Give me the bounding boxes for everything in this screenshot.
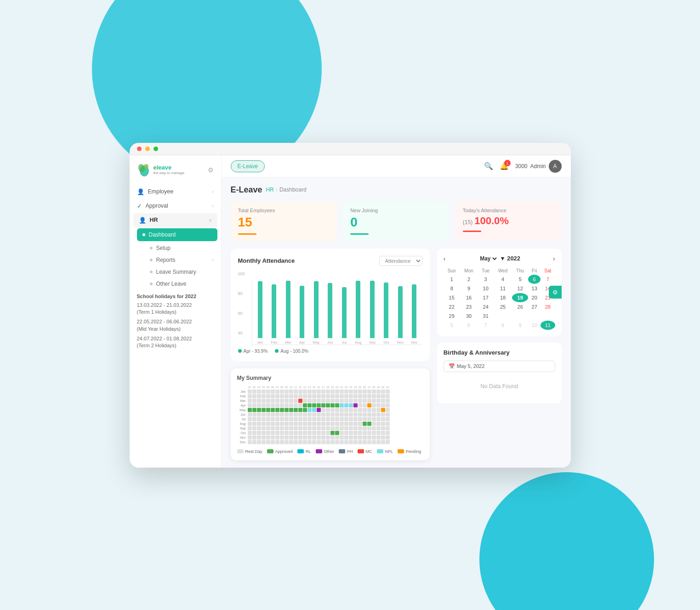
chart-bar[interactable] [398,286,403,338]
calendar-day[interactable]: 16 [460,293,478,302]
bar-label: Dec [411,340,417,345]
chart-bar[interactable] [412,284,416,338]
chart-bar[interactable] [300,286,304,338]
cal-month-select[interactable]: May [478,255,498,262]
cal-next-btn[interactable]: › [553,255,555,262]
chart-bar[interactable] [342,287,347,338]
heatmap-cell [326,422,330,426]
calendar-day[interactable]: 27 [528,302,541,311]
calendar-day[interactable]: 24 [478,302,493,311]
heatmap-cell [330,394,335,398]
breadcrumb-hr[interactable]: HR [266,186,274,193]
calendar-day[interactable]: 10 [528,321,541,330]
heatmap-cell [381,390,385,394]
heatmap-cell [353,394,358,398]
chart-bar[interactable] [328,283,332,338]
calendar-day[interactable]: 9 [460,284,478,293]
birthday-date-filter[interactable]: 📅 May 5, 2022 [444,361,555,372]
calendar-day[interactable]: 29 [444,311,460,321]
heatmap-cell [367,435,371,440]
settings-icon[interactable]: ⚙ [208,166,214,174]
calendar-day[interactable]: 13 [528,284,541,293]
calendar-day[interactable]: 31 [478,311,493,321]
calendar-day[interactable]: 4 [494,275,512,284]
calendar-day[interactable]: 26 [512,302,528,311]
sidebar-subitem-dashboard[interactable]: Dashboard [137,228,217,241]
chart-dropdown[interactable]: Attendance [379,256,422,266]
calendar-day[interactable]: 8 [494,321,512,330]
sidebar-subitem-setup[interactable]: Setup [142,242,221,254]
sidebar-subitem-reports[interactable]: Reports › [142,254,221,266]
calendar-day[interactable]: 8 [444,284,460,293]
calendar-day[interactable]: 25 [494,302,512,311]
heatmap-cell [285,408,289,412]
heatmap-cell [285,435,289,440]
calendar-day[interactable]: 20 [528,293,541,302]
calendar-day[interactable]: 22 [444,302,460,311]
heatmap-cell [271,408,275,412]
sidebar-subitem-other-leave[interactable]: Other Leave [142,278,221,290]
chart-bar[interactable] [258,281,262,338]
calendar-day[interactable]: 30 [460,311,478,321]
heatmap-cell [262,417,266,421]
heatmap-cell [349,412,353,417]
search-icon[interactable]: 🔍 [484,162,493,170]
legend-item-other: Other [316,449,335,454]
heatmap-cell [303,417,307,421]
calendar-day[interactable]: 6 [460,321,478,330]
calendar-day[interactable]: 2 [460,275,478,284]
sidebar-item-employee[interactable]: 👤 Employee › [130,185,221,199]
chart-bar[interactable] [314,281,319,338]
heatmap-cell [266,399,270,403]
heatmap-cell [262,394,266,398]
calendar-day[interactable]: 5 [444,321,460,330]
heatmap-cell [303,390,307,394]
eleave-tab[interactable]: E-Leave [231,160,265,172]
heatmap-cell [285,417,289,421]
calendar-day[interactable]: 23 [460,302,478,311]
window-close-dot[interactable] [137,147,142,151]
calendar-day[interactable]: 19 [512,293,528,302]
chevron-down-icon: ∨ [209,218,212,223]
window-maximize-dot[interactable] [154,147,158,151]
sidebar-item-hr[interactable]: 👤 HR ∨ [133,213,217,227]
heatmap-cell [353,426,358,430]
heatmap-cell [303,431,307,435]
sidebar-subitem-leave-summary[interactable]: Leave Summary [142,266,221,278]
calendar-day[interactable]: 18 [494,293,512,302]
calendar-day[interactable]: 10 [478,284,493,293]
calendar-day[interactable]: 5 [512,275,528,284]
sidebar-approval-label: Approval [146,203,168,209]
calendar-day[interactable]: 7 [541,275,555,284]
user-avatar[interactable]: A [549,160,562,173]
calendar-day[interactable]: 3 [478,275,493,284]
calendar-day[interactable]: 9 [512,321,528,330]
heatmap-cell [335,394,339,398]
window-minimize-dot[interactable] [145,147,150,151]
breadcrumb-separator: › [276,186,278,193]
chart-bar[interactable] [370,281,375,338]
calendar-day[interactable]: 15 [444,293,460,302]
cal-prev-btn[interactable]: ‹ [444,255,446,262]
notification-badge: 1 [504,160,511,166]
heatmap-cell [349,399,353,403]
bar-label: Feb [271,340,277,345]
calendar-day[interactable]: 12 [512,284,528,293]
calendar-day[interactable]: 1 [444,275,460,284]
sidebar-item-approval[interactable]: ✓ Approval › [130,199,221,213]
heatmap-cell [349,435,353,440]
calendar-day[interactable]: 6 [528,275,541,284]
calendar-day[interactable]: 17 [478,293,493,302]
calendar-day[interactable]: 11 [494,284,512,293]
chart-bar[interactable] [384,282,388,338]
chart-bar[interactable] [356,281,360,338]
calendar-day[interactable]: 7 [478,321,493,330]
calendar-settings-btn[interactable]: ⚙ [549,286,562,299]
bar-group: Feb [268,281,280,345]
heatmap-cell [262,422,266,426]
heatmap-cell [275,408,279,412]
heatmap-cell [335,390,339,394]
calendar-day[interactable]: 28 [541,302,555,311]
chart-bar[interactable] [286,281,290,338]
chart-bar[interactable] [272,284,276,338]
